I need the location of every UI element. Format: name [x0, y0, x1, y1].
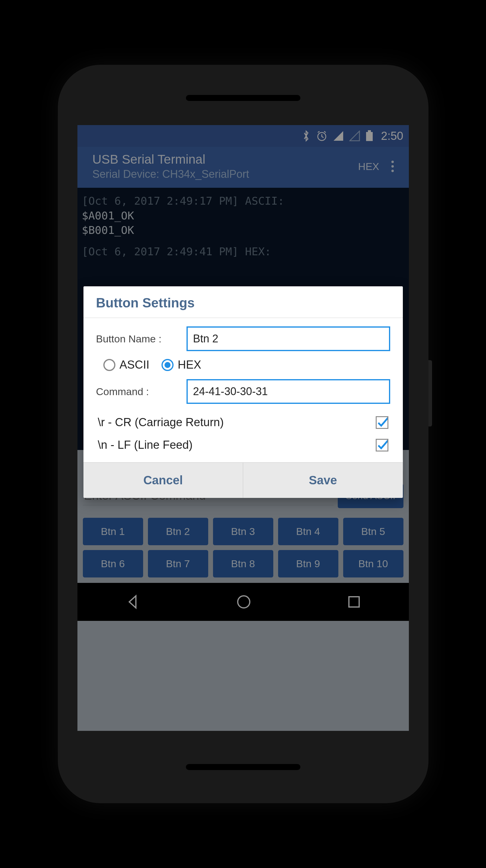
- radio-ascii[interactable]: ASCII: [103, 358, 150, 371]
- dialog-body: Button Name : ASCII HEX Command :: [84, 318, 403, 462]
- check-icon: [377, 439, 387, 451]
- cr-checkbox[interactable]: [376, 416, 388, 429]
- command-input-dialog[interactable]: [187, 379, 390, 404]
- phone-side-button: [428, 360, 432, 427]
- screen: 2:50 USB Serial Terminal Serial Device: …: [77, 125, 409, 731]
- lf-label: \n - LF (Line Feed): [98, 438, 193, 452]
- dialog-title: Button Settings: [84, 286, 403, 318]
- cr-checkbox-row: \r - CR (Carriage Return): [96, 411, 390, 434]
- button-name-row: Button Name :: [96, 327, 390, 351]
- lf-checkbox[interactable]: [376, 439, 388, 452]
- cr-label: \r - CR (Carriage Return): [98, 416, 224, 429]
- command-label: Command :: [96, 386, 184, 398]
- button-name-input[interactable]: [187, 327, 390, 351]
- cancel-button[interactable]: Cancel: [84, 463, 244, 498]
- phone-frame: 2:50 USB Serial Terminal Serial Device: …: [58, 65, 428, 803]
- radio-hex[interactable]: HEX: [162, 358, 201, 371]
- command-row-dialog: Command :: [96, 379, 390, 404]
- radio-ascii-label: ASCII: [120, 358, 150, 371]
- encoding-radio-group: ASCII HEX: [96, 358, 390, 371]
- dialog-actions: Cancel Save: [84, 462, 403, 498]
- save-button[interactable]: Save: [243, 463, 403, 498]
- button-name-label: Button Name :: [96, 333, 184, 345]
- button-settings-dialog: Button Settings Button Name : ASCII HEX: [84, 286, 403, 498]
- radio-hex-label: HEX: [178, 358, 201, 371]
- check-icon: [377, 417, 387, 428]
- lf-checkbox-row: \n - LF (Line Feed): [96, 434, 390, 456]
